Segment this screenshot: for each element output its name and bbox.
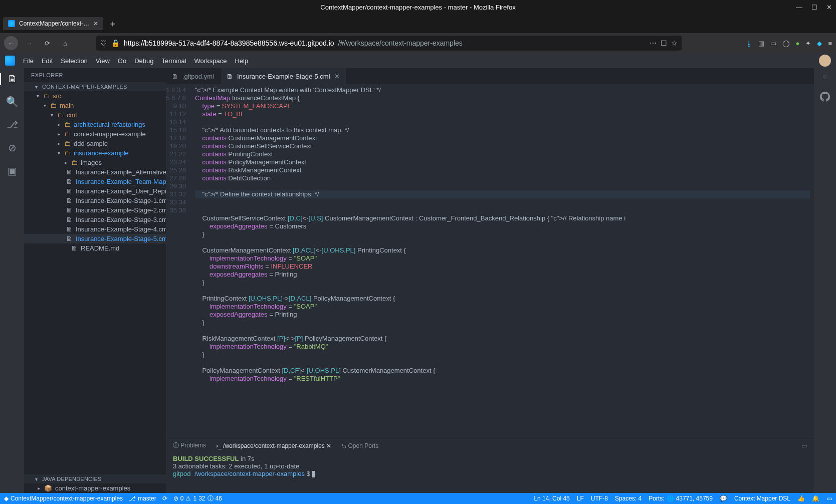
tree-file[interactable]: 🗎Insurance-Example-Stage-3.cml <box>24 215 166 224</box>
status-language[interactable]: Context Mapper DSL <box>734 495 790 502</box>
panel-layout-icon[interactable]: ▭ <box>801 442 807 449</box>
status-branch[interactable]: ⎇ master <box>129 495 156 502</box>
status-indent[interactable]: Spaces: 4 <box>615 495 642 502</box>
editor-tab[interactable]: 🗎Insurance-Example-Stage-5.cml✕ <box>221 68 346 84</box>
status-ports[interactable]: Ports: 🌐 43771, 45759 <box>649 495 713 502</box>
lock-icon[interactable]: 🔒 <box>111 39 120 47</box>
browser-tab[interactable]: ContextMapper/context-… ✕ <box>3 17 103 30</box>
status-encoding[interactable]: UTF-8 <box>591 495 608 502</box>
tree-folder[interactable]: ▸🗀images <box>24 158 166 167</box>
java-deps-item[interactable]: ▸ 📦 context-mapper-examples <box>24 483 166 493</box>
nav-home-button[interactable]: ⌂ <box>58 36 72 50</box>
tree-folder[interactable]: ▸🗀context-mapper-example <box>24 129 166 139</box>
tree-file[interactable]: 🗎Insurance-Example-Stage-2.cml <box>24 205 166 215</box>
editor-tab[interactable]: 🗎.gitpod.yml <box>166 68 221 84</box>
menu-selection[interactable]: Selection <box>61 57 87 65</box>
tree-file[interactable]: 🗎Insurance-Example-Stage-1.cml <box>24 196 166 205</box>
menu-terminal[interactable]: Terminal <box>161 57 186 65</box>
shield-icon[interactable]: 🛡 <box>100 39 107 47</box>
tree-folder[interactable]: ▾🗀cml <box>24 110 166 120</box>
new-tab-button[interactable]: ＋ <box>108 18 117 30</box>
terminal-output[interactable]: BUILD SUCCESSFUL in 7s 3 actionable task… <box>166 453 814 493</box>
window-minimize-icon[interactable]: — <box>796 4 802 11</box>
status-thumbs-icon[interactable]: 👍 <box>797 495 805 502</box>
bookmark-icon[interactable]: ☆ <box>671 39 678 47</box>
browser-tabstrip: ContextMapper/context-… ✕ ＋ <box>0 14 836 33</box>
tree-folder[interactable]: ▾🗀src <box>24 91 166 101</box>
file-tree[interactable]: ▾🗀src▾🗀main▾🗀cml▸🗀architectural-refactor… <box>24 91 166 474</box>
tree-item-label: Insurance-Example-Stage-3.cml <box>76 216 166 223</box>
tree-file[interactable]: 🗎Insurance-Example_User_Representations.… <box>24 186 166 196</box>
status-diagnostics[interactable]: ⊘ 0 ⚠ 1 32 ⓘ 46 <box>173 494 222 503</box>
window-maximize-icon[interactable]: ☐ <box>811 4 817 11</box>
file-icon: 🗎 <box>66 178 73 185</box>
tree-item-label: Insurance-Example-Stage-1.cml <box>76 197 166 204</box>
firefox-menu-icon[interactable]: ≡ <box>828 40 832 47</box>
activity-extensions[interactable]: ▣ <box>8 165 17 177</box>
status-eol[interactable]: LF <box>577 495 584 502</box>
tree-file[interactable]: 🗎Insurance-Example_Team-Map.cml <box>24 177 166 186</box>
menu-go[interactable]: Go <box>118 57 126 65</box>
downloads-icon[interactable]: ⭳ <box>746 40 752 47</box>
minimap[interactable] <box>810 84 814 438</box>
menu-view[interactable]: View <box>96 57 110 65</box>
window-close-icon[interactable]: ✕ <box>826 4 832 11</box>
github-icon[interactable] <box>820 92 830 102</box>
gitpod-favicon-icon <box>8 20 15 27</box>
code-area[interactable]: 1 2 3 4 5 6 7 8 9 10 11 12 13 14 15 16 1… <box>166 84 814 438</box>
tree-file[interactable]: 🗎Insurance-Example-Stage-5.cml <box>24 234 166 243</box>
tree-folder[interactable]: ▸🗀architectural-refactorings <box>24 120 166 129</box>
status-bell-icon[interactable]: 🔔 <box>812 495 819 502</box>
chevron-icon: ▾ <box>49 112 54 118</box>
chevron-icon: ▾ <box>35 93 40 99</box>
status-repo[interactable]: ◆ ContextMapper/context-mapper-examples <box>4 495 123 502</box>
panel-tab-terminal[interactable]: ›_ /workspace/context-mapper-examples ✕ <box>216 442 331 449</box>
tree-folder[interactable]: ▾🗀main <box>24 101 166 110</box>
menu-debug[interactable]: Debug <box>134 57 153 65</box>
file-icon: 🗎 <box>66 225 73 233</box>
file-icon: 🗎 <box>172 73 178 80</box>
status-feedback[interactable]: 💬 <box>720 495 727 502</box>
tree-file[interactable]: 🗎Insurance-Example-Stage-4.cml <box>24 224 166 234</box>
outline-icon[interactable]: ≣ <box>822 73 828 81</box>
java-deps-header[interactable]: ▾ JAVA DEPENDENCIES <box>24 474 166 483</box>
status-layout-icon[interactable]: ▭ <box>826 495 832 502</box>
account-icon[interactable]: ◯ <box>782 40 790 47</box>
panel-tab-problems[interactable]: ⓘ Problems <box>173 441 206 450</box>
activity-debug[interactable]: ⊘ <box>8 142 17 154</box>
gitpod-logo-icon[interactable] <box>5 56 15 66</box>
status-sync[interactable]: ⟳ <box>162 495 167 502</box>
close-icon[interactable]: ✕ <box>326 442 331 449</box>
tree-file[interactable]: 🗎README.md <box>24 243 166 253</box>
nav-forward-button[interactable]: → <box>22 36 36 50</box>
code-content[interactable]: "c">/* Example Context Map written with … <box>195 84 810 438</box>
menu-file[interactable]: File <box>23 57 34 65</box>
reader-icon[interactable]: ☐ <box>661 39 667 47</box>
activity-search[interactable]: 🔍 <box>6 96 19 108</box>
panel-tab-openports[interactable]: ⇆ Open Ports <box>341 442 378 449</box>
nav-reload-button[interactable]: ⟳ <box>40 36 54 50</box>
url-bar[interactable]: 🛡 🔒 https://b518999a-517a-4df4-8874-8a39… <box>96 36 682 51</box>
close-icon[interactable]: ✕ <box>334 73 340 80</box>
close-icon[interactable]: ✕ <box>93 20 98 27</box>
tree-folder[interactable]: ▾🗀insurance-example <box>24 148 166 158</box>
menu-workspace[interactable]: Workspace <box>194 57 227 65</box>
git-branch-icon: ⎇ <box>7 119 18 130</box>
ext-icon[interactable]: ● <box>796 40 800 47</box>
tree-file[interactable]: 🗎Insurance-Example_Alternative-Relations… <box>24 167 166 177</box>
tree-folder[interactable]: ▸🗀ddd-sample <box>24 139 166 148</box>
menu-edit[interactable]: Edit <box>42 57 53 65</box>
ext-icon[interactable]: ◆ <box>817 40 822 47</box>
sidebar-icon[interactable]: ▭ <box>770 40 776 47</box>
menu-help[interactable]: Help <box>235 57 248 65</box>
nav-back-button[interactable]: ← <box>4 36 18 50</box>
tree-item-label: Insurance-Example_User_Representations.s… <box>76 187 166 195</box>
activity-scm[interactable]: ⎇ <box>7 119 18 131</box>
ext-icon[interactable]: ✦ <box>805 40 811 47</box>
activity-explorer[interactable]: 🗎 <box>0 73 24 85</box>
library-icon[interactable]: ▥ <box>758 40 764 47</box>
page-actions-icon[interactable]: ⋯ <box>650 39 657 47</box>
status-cursor[interactable]: Ln 14, Col 45 <box>534 495 569 502</box>
user-avatar[interactable] <box>819 55 831 67</box>
workspace-section-header[interactable]: ▾ CONTEXT-MAPPER-EXAMPLES <box>24 82 166 91</box>
